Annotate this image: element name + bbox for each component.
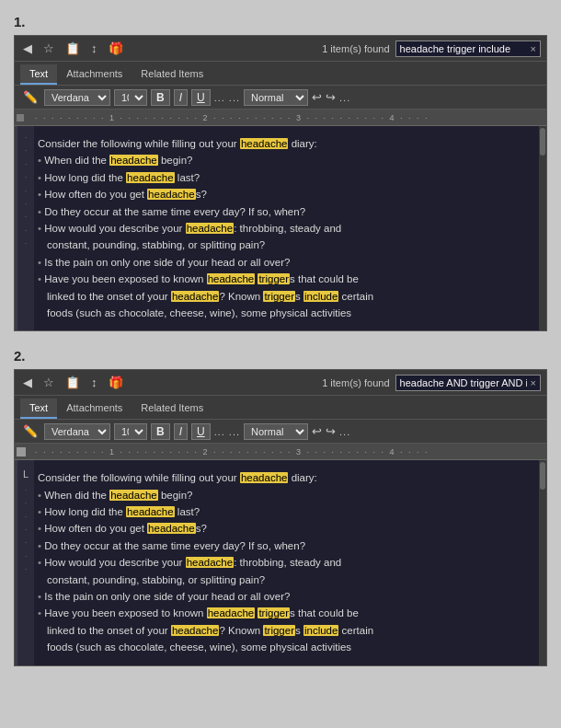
tabs-bar-1: Text Attachments Related Items	[15, 62, 546, 86]
highlight-headache-2-3: headache	[126, 506, 175, 517]
line-1-7: • Is the pain on only one side of your h…	[38, 254, 524, 271]
more-dots-3[interactable]: ...	[339, 92, 350, 103]
more-dots-2a[interactable]: ...	[214, 426, 225, 437]
highlight-headache-2-7: headache	[171, 625, 220, 636]
bold-button-1[interactable]: B	[151, 89, 170, 106]
star-icon-2[interactable]: ☆	[40, 374, 57, 391]
line-1-9: foods (such as chocolate, cheese, wine),…	[47, 305, 524, 321]
scrollbar-thumb-2[interactable]	[540, 462, 545, 490]
tab-attachments-2[interactable]: Attachments	[57, 399, 132, 419]
highlight-headache-3: headache	[126, 172, 175, 183]
highlight-headache-4: headache	[147, 189, 196, 200]
underline-button-1[interactable]: U	[191, 89, 211, 106]
size-select-2[interactable]: 10	[114, 423, 147, 440]
tab-related-1[interactable]: Related Items	[132, 64, 212, 85]
arrow-icon[interactable]: ↕	[88, 40, 100, 57]
highlight-trigger-1: trigger	[258, 273, 290, 284]
italic-button-2[interactable]: I	[174, 423, 188, 440]
section-label-1: 1.	[14, 14, 547, 29]
line-2-8b: linked to the onset of your headache? Kn…	[47, 622, 524, 639]
found-count-2: 1 item(s) found	[322, 377, 389, 388]
more-dots-2[interactable]: ...	[229, 92, 240, 103]
font-select-2[interactable]: Verdana	[44, 423, 110, 440]
text-area-1: · · · · · · · · · Consider the following…	[15, 126, 546, 330]
line-1-1: Consider the following while filling out…	[38, 135, 524, 152]
line-2-7: • Is the pain on only one side of your h…	[38, 588, 524, 605]
gift-icon[interactable]: 🎁	[106, 40, 126, 57]
highlight-headache-2-1: headache	[240, 472, 289, 483]
arrow-icon-2[interactable]: ↕	[88, 374, 100, 391]
tab-text-2[interactable]: Text	[20, 399, 57, 419]
scrollbar-2[interactable]	[539, 460, 546, 664]
search-input-1[interactable]	[400, 43, 527, 54]
line-1-6b: constant, pounding, stabbing, or splitti…	[47, 237, 524, 253]
search-close-2[interactable]: ×	[531, 377, 536, 388]
highlight-trigger-2: trigger	[263, 291, 295, 302]
bold-button-2[interactable]: B	[151, 423, 170, 440]
highlight-headache-1: headache	[240, 138, 289, 149]
highlight-trigger-2-2: trigger	[263, 625, 295, 636]
ruler-1: · · · · · · · · · 1 · · · · · · · · · · …	[15, 110, 546, 126]
nav-back-icon[interactable]: ◀	[20, 40, 35, 57]
search-box-1[interactable]: ×	[395, 40, 541, 57]
scrollbar-1[interactable]	[539, 126, 546, 330]
line-2-6b: constant, pounding, stabbing, or splitti…	[47, 572, 524, 588]
line-2-3: • How long did the headache last?	[38, 503, 524, 520]
bookmark-icon[interactable]: 📋	[63, 40, 83, 57]
line-1-6: • How would you describe your headache: …	[38, 220, 524, 237]
left-bar-1: · · · · · · · · ·	[17, 126, 34, 330]
format-bar-1: ✏️ Verdana 10 B I U ... ... Normal ↩ ↪ .…	[15, 86, 546, 110]
star-icon[interactable]: ☆	[40, 40, 57, 57]
nav-back-icon-2[interactable]: ◀	[20, 374, 35, 391]
highlight-headache-6: headache	[207, 273, 256, 284]
search-input-2[interactable]	[400, 377, 527, 388]
ruler-scale-1: · · · · · · · · · 1 · · · · · · · · · · …	[35, 113, 429, 122]
left-bar-2: L · · · · · · ·	[17, 460, 34, 664]
tab-text-1[interactable]: Text	[20, 64, 57, 85]
more-dots-1[interactable]: ...	[214, 92, 225, 103]
undo-button-1[interactable]: ↩	[312, 90, 322, 104]
line-2-4: • How often do you get headaches?	[38, 520, 524, 537]
size-select-1[interactable]: 10	[114, 89, 147, 106]
line-1-5: • Do they occur at the same time every d…	[38, 203, 524, 220]
toolbar-top-2: ◀ ☆ 📋 ↕ 🎁 1 item(s) found ×	[15, 370, 546, 396]
pencil-icon-1[interactable]: ✏️	[20, 88, 40, 106]
line-1-8b: linked to the onset of your headache? Kn…	[47, 288, 524, 305]
style-select-2[interactable]: Normal	[244, 423, 308, 440]
scrollbar-thumb-1[interactable]	[540, 128, 545, 156]
line-2-5: • Do they occur at the same time every d…	[38, 537, 524, 554]
highlight-trigger-2-1: trigger	[258, 607, 290, 618]
tab-attachments-1[interactable]: Attachments	[57, 64, 132, 85]
style-select-1[interactable]: Normal	[244, 89, 308, 106]
underline-button-2[interactable]: U	[191, 423, 211, 440]
ruler-2: · · · · · · · · · 1 · · · · · · · · · · …	[15, 444, 546, 460]
search-box-2[interactable]: ×	[395, 375, 541, 391]
search-close-1[interactable]: ×	[531, 43, 536, 54]
more-dots-2c[interactable]: ...	[339, 426, 350, 437]
text-content-2: Consider the following while filling out…	[38, 469, 533, 655]
redo-button-2[interactable]: ↪	[326, 424, 336, 438]
gift-icon-2[interactable]: 🎁	[106, 374, 126, 391]
highlight-headache-2-6: headache	[207, 607, 256, 618]
line-1-8: • Have you been exposed to known headach…	[38, 271, 524, 287]
section-label-2: 2.	[14, 348, 547, 364]
highlight-headache-2: headache	[109, 155, 158, 166]
redo-button-1[interactable]: ↪	[326, 90, 336, 104]
line-2-2: • When did the headache begin?	[38, 487, 524, 503]
ruler-scale-2: · · · · · · · · · 1 · · · · · · · · · · …	[35, 447, 429, 456]
section-1: 1. ◀ ☆ 📋 ↕ 🎁 1 item(s) found × Text Atta…	[14, 14, 547, 331]
line-1-4: • How often do you get headaches?	[38, 186, 524, 202]
undo-button-2[interactable]: ↩	[312, 424, 322, 438]
pencil-icon-2[interactable]: ✏️	[20, 422, 40, 440]
tab-related-2[interactable]: Related Items	[132, 399, 212, 419]
highlight-headache-7: headache	[171, 291, 220, 302]
highlight-headache-5: headache	[186, 223, 235, 234]
section-2: 2. ◀ ☆ 📋 ↕ 🎁 1 item(s) found × Text Atta…	[14, 348, 547, 665]
more-dots-2b[interactable]: ...	[229, 426, 240, 437]
italic-button-1[interactable]: I	[174, 89, 188, 106]
highlight-headache-2-5: headache	[186, 557, 235, 568]
bookmark-icon-2[interactable]: 📋	[63, 374, 83, 391]
line-1-3: • How long did the headache last?	[38, 169, 524, 186]
tabs-bar-2: Text Attachments Related Items	[15, 396, 546, 420]
font-select-1[interactable]: Verdana	[44, 89, 110, 106]
